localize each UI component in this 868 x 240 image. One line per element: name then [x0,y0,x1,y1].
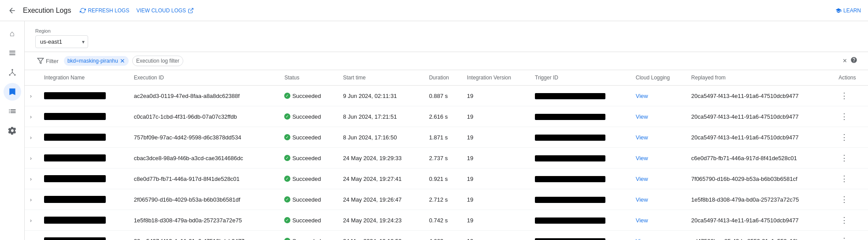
duration-cell: 0.887 s [424,86,462,106]
expand-cell: › [25,169,39,189]
integration-name-wrapper [44,154,123,161]
back-button[interactable] [7,5,18,16]
status-text: Succeeded [292,113,321,120]
status-cell: ✓ Succeeded [279,231,338,240]
cloud-logging-view-link[interactable]: View [636,238,648,240]
duration-cell: 0.742 s [424,210,462,231]
table-body: › ac2ea0d3-0119-47ed-8faa-a8a8dc62388f ✓… [25,86,868,240]
expand-button[interactable]: › [30,218,32,224]
integration-name-redacted [44,154,106,161]
expand-button[interactable]: › [30,176,32,182]
trigger-id-cell [530,86,631,106]
cloud-logging-view-link[interactable]: View [636,217,648,224]
expand-button[interactable]: › [30,135,32,141]
status-text: Succeeded [292,155,321,161]
expand-button[interactable]: › [30,238,32,240]
duration-cell: 2.712 s [424,189,462,210]
filter-help-button[interactable] [850,56,857,65]
duration-cell: 0.921 s [424,169,462,189]
view-cloud-logs-link[interactable]: VIEW CLOUD LOGS [136,8,194,14]
cloud-logging-cell: View [631,169,686,189]
expand-button[interactable]: › [30,114,32,120]
cloud-logging-view-link[interactable]: View [636,93,648,99]
row-more-button[interactable]: ⋮ [838,173,850,184]
status-success-icon: ✓ [284,238,290,240]
start-time-cell: 24 May 2024, 19:10:50 [338,231,424,240]
cloud-logging-cell: View [631,148,686,169]
status-badge: ✓ Succeeded [284,238,332,240]
replayed-from-cell: ed47566b-cc85-43de-8559-31c1c559c16b [686,231,833,240]
expand-button[interactable]: › [30,155,32,161]
trigger-id-cell [530,106,631,127]
refresh-logs-link[interactable]: REFRESH LOGS [80,8,129,14]
refresh-icon [80,8,86,14]
expand-cell: › [25,231,39,240]
row-more-button[interactable]: ⋮ [838,131,850,143]
sidebar-icon-settings[interactable] [4,122,21,139]
expand-cell: › [25,210,39,231]
col-cloud-logging: Cloud Logging [631,70,686,86]
status-badge: ✓ Succeeded [284,217,332,224]
col-trigger-id: Trigger ID [530,70,631,86]
trigger-id-cell [530,148,631,169]
svg-point-2 [14,74,15,75]
integration-name-redacted [44,175,106,182]
learn-icon [835,8,842,14]
filter-close-button[interactable]: × [843,57,847,65]
row-more-button[interactable]: ⋮ [838,90,850,101]
actions-cell: ⋮ [833,210,868,231]
status-badge: ✓ Succeeded [284,176,332,182]
col-duration: Duration [424,70,462,86]
status-cell: ✓ Succeeded [279,106,338,127]
status-text: Succeeded [292,217,321,224]
table-row: › ac2ea0d3-0119-47ed-8faa-a8a8dc62388f ✓… [25,86,868,106]
sidebar-icon-home[interactable]: ⌂ [4,25,21,42]
status-text: Succeeded [292,134,321,141]
integration-name-redacted [44,217,106,224]
integration-version-cell: 19 [462,127,530,148]
filter-chip[interactable]: bkd=masking-piranhu ✕ [64,56,129,66]
execution-id-cell: c0ca017c-1cbd-4f31-96db-07a07c32ffdb [129,106,279,127]
status-text: Succeeded [292,238,321,240]
sidebar-icon-connectors[interactable] [4,64,21,81]
expand-button[interactable]: › [30,197,32,203]
duration-cell: 4.663 s [424,231,462,240]
status-cell: ✓ Succeeded [279,169,338,189]
integration-version-cell: 19 [462,86,530,106]
execution-id-cell: c8e0d77b-fb71-446a-917d-8f41de528c01 [129,169,279,189]
learn-button[interactable]: LEARN [835,8,861,14]
sidebar-icon-integrations[interactable] [4,44,21,62]
table-row: › cbac3dce8-98a9-f46b-a3cd-cae3614686dc … [25,148,868,169]
cloud-logging-view-link[interactable]: View [636,176,648,182]
trigger-id-redacted [535,93,605,99]
row-more-button[interactable]: ⋮ [838,235,850,240]
svg-point-0 [11,69,13,71]
cloud-logging-view-link[interactable]: View [636,134,648,141]
sidebar-icon-logs[interactable] [4,83,21,101]
integration-name-wrapper [44,92,123,99]
trigger-id-cell [530,169,631,189]
integration-version-cell: 19 [462,148,530,169]
row-more-button[interactable]: ⋮ [838,214,850,226]
replayed-from-cell: 20ca5497-f413-4e11-91a6-47510dcb9477 [686,210,833,231]
expand-cell: › [25,86,39,106]
cloud-logging-view-link[interactable]: View [636,155,648,161]
region-select[interactable]: us-east1 us-central1 us-west1 europe-wes… [35,35,88,48]
external-link-icon [188,8,194,14]
row-more-button[interactable]: ⋮ [838,111,850,122]
status-text: Succeeded [292,196,321,203]
sidebar-icon-monitor[interactable] [4,102,21,120]
filter-chip-remove[interactable]: ✕ [120,58,125,64]
row-more-button[interactable]: ⋮ [838,152,850,164]
status-success-icon: ✓ [284,196,290,202]
expand-button[interactable]: › [30,93,32,99]
cloud-logging-view-link[interactable]: View [636,196,648,203]
filter-button[interactable]: Filter [35,56,60,66]
table-container: Integration Name Execution ID Status Sta… [25,70,868,240]
duration-cell: 2.737 s [424,148,462,169]
col-execution-id: Execution ID [129,70,279,86]
start-time-cell: 8 Jun 2024, 17:21:51 [338,106,424,127]
row-more-button[interactable]: ⋮ [838,194,850,205]
top-header: Execution Logs REFRESH LOGS VIEW CLOUD L… [0,0,868,21]
cloud-logging-view-link[interactable]: View [636,113,648,120]
